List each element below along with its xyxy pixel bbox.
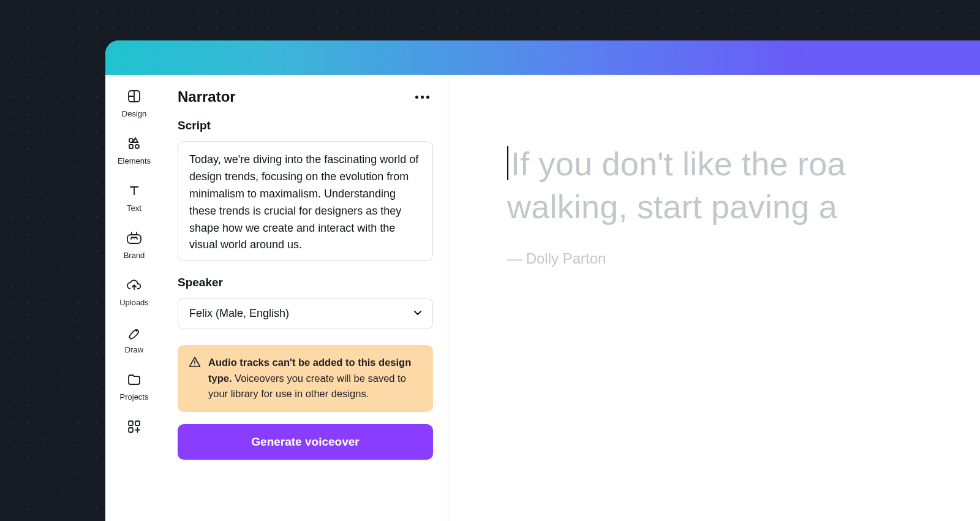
sidebar-item-apps[interactable]	[126, 419, 142, 435]
warning-icon	[189, 356, 201, 402]
svg-rect-6	[135, 421, 140, 425]
warning-text: Audio tracks can't be added to this desi…	[208, 355, 422, 402]
script-label: Script	[178, 119, 433, 132]
brand-icon	[126, 230, 142, 246]
sidebar-item-elements[interactable]: Elements	[118, 135, 151, 165]
svg-rect-7	[129, 428, 133, 432]
more-options-button[interactable]	[412, 92, 433, 102]
svg-rect-5	[129, 421, 133, 425]
apps-icon	[126, 419, 142, 435]
left-rail: Design Elements Text Brand	[105, 75, 163, 521]
sidebar-item-label: Draw	[125, 345, 143, 354]
top-gradient-bar	[105, 40, 980, 75]
text-cursor	[507, 146, 508, 180]
quote-text-line1[interactable]: If you don't like the roa	[507, 142, 980, 185]
sidebar-item-uploads[interactable]: Uploads	[119, 277, 149, 307]
speaker-label: Speaker	[178, 276, 433, 289]
svg-point-8	[194, 365, 195, 366]
panel-header: Narrator	[178, 88, 433, 105]
app-window: Design Elements Text Brand	[105, 40, 980, 521]
sidebar-item-label: Projects	[120, 392, 149, 401]
canvas-area[interactable]: If you don't like the roa walking, start…	[448, 75, 980, 521]
quote-text-line2[interactable]: walking, start paving a	[507, 185, 980, 228]
text-icon	[126, 183, 142, 199]
warning-rest: Voiceovers you create will be saved to y…	[208, 373, 406, 400]
cloud-up-icon	[126, 277, 142, 293]
sidebar-item-design[interactable]: Design	[122, 88, 146, 118]
speaker-select[interactable]	[178, 298, 433, 329]
sidebar-item-draw[interactable]: Draw	[125, 324, 143, 354]
template-icon	[126, 88, 142, 104]
svg-point-3	[135, 145, 139, 148]
content-row: Design Elements Text Brand	[105, 75, 980, 521]
sidebar-item-label: Text	[127, 203, 141, 213]
speaker-select-wrap	[178, 298, 433, 329]
sidebar-item-label: Elements	[118, 156, 151, 165]
sidebar-item-text[interactable]: Text	[126, 183, 142, 213]
sidebar-item-label: Design	[122, 109, 146, 118]
shapes-icon	[126, 135, 142, 151]
generate-voiceover-button[interactable]: Generate voiceover	[178, 424, 433, 460]
narrator-panel: Narrator Script Speaker	[163, 75, 448, 521]
pencil-icon	[126, 324, 142, 340]
warning-banner: Audio tracks can't be added to this desi…	[178, 345, 433, 412]
panel-title: Narrator	[178, 88, 236, 105]
sidebar-item-brand[interactable]: Brand	[124, 230, 145, 260]
sidebar-item-label: Uploads	[119, 298, 149, 307]
sidebar-item-label: Brand	[124, 251, 145, 260]
dots-icon	[415, 96, 418, 99]
folder-icon	[126, 371, 142, 387]
quote-attribution[interactable]: — Dolly Parton	[507, 250, 980, 267]
sidebar-item-projects[interactable]: Projects	[120, 371, 149, 401]
script-textarea[interactable]	[178, 141, 433, 261]
svg-rect-2	[129, 145, 133, 148]
svg-point-1	[129, 139, 133, 142]
